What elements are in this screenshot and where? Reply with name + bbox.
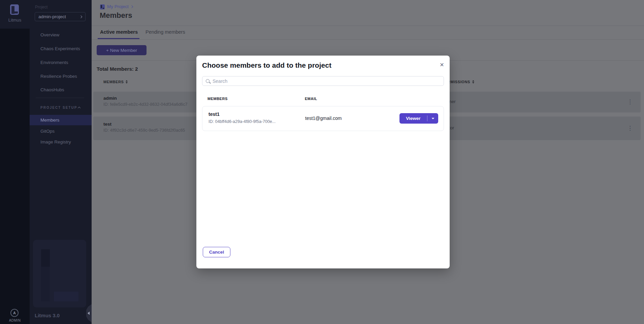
search-input[interactable] [213, 78, 440, 84]
search-icon [206, 79, 210, 83]
modal-title: Choose members to add to the project [202, 61, 331, 69]
modal-column-email: EMAIL [305, 97, 317, 101]
cancel-button[interactable]: Cancel [203, 247, 230, 257]
app-root: Litmus A ADMIN Project admin-project Ove… [0, 0, 644, 324]
add-members-modal: Choose members to add to the project ✕ M… [196, 56, 450, 268]
close-icon[interactable]: ✕ [438, 61, 446, 68]
modal-column-members: MEMBERS [207, 97, 228, 101]
modal-member-row: test1 ID: 04bff4d6-a29a-4f80-9f5a-700e..… [202, 106, 444, 131]
candidate-email: test1@gmail.com [305, 116, 342, 121]
candidate-id: ID: 04bff4d6-a29a-4f80-9f5a-700e... [208, 119, 276, 124]
candidate-name: test1 [208, 111, 220, 117]
chevron-down-icon[interactable] [427, 118, 438, 119]
role-select-button[interactable]: Viewer [399, 113, 438, 124]
search-box [202, 76, 444, 86]
role-label: Viewer [399, 116, 427, 121]
